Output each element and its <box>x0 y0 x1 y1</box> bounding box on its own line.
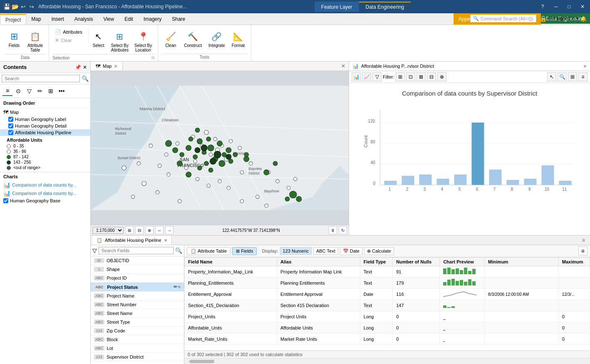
list-icon[interactable]: ≡ <box>2 86 12 96</box>
layer-human-geo-base[interactable]: Human Geography Base <box>3 197 87 204</box>
filter-icon[interactable]: ▽ <box>24 86 34 96</box>
fields-button[interactable]: ⊞ Fields <box>5 28 23 49</box>
table-menu-btn[interactable]: ≡ <box>578 246 588 256</box>
field-block[interactable]: ABC Block <box>91 335 184 344</box>
table-row[interactable]: Property_Information_Map_Link Property I… <box>185 266 590 278</box>
format-button[interactable]: 📐 Format <box>229 28 248 49</box>
selection-expand-icon[interactable]: ⧉ <box>151 55 154 60</box>
table-row[interactable]: Section_415_Declaration Section 415 Decl… <box>185 300 590 311</box>
nav-button-3[interactable]: ⊕ <box>145 226 154 234</box>
map-nav-pause[interactable]: ⏸ <box>329 226 337 234</box>
layer-affordable-housing-checkbox[interactable] <box>8 130 13 135</box>
chart-item-0[interactable]: 📊 Comparison of data counts by... <box>3 181 87 189</box>
tab-edit[interactable]: Edit <box>119 13 139 25</box>
maximize-button[interactable]: □ <box>565 2 573 11</box>
table-row[interactable]: Affordable_Units Affordable Units Long 0 <box>185 322 590 334</box>
bottom-tab-housing[interactable]: 📋 Affordable Housing Pipeline ✕ <box>92 236 172 245</box>
map-panel-close-icon[interactable]: ✕ <box>338 61 349 71</box>
undo-icon[interactable]: ↩ <box>20 3 27 10</box>
scrollbar-thumb[interactable] <box>189 360 214 363</box>
chart-tool-filter[interactable]: ▽ <box>372 72 382 81</box>
more-icon[interactable]: ••• <box>57 86 67 96</box>
chart-filter-btn-4[interactable]: ⊟ <box>427 72 436 81</box>
numeric-btn[interactable]: 123 Numeric <box>280 247 312 255</box>
integrate-button[interactable]: 🔗 Integrate <box>206 28 227 49</box>
nav-button-5[interactable]: → <box>165 226 174 234</box>
table-row[interactable]: Planning_Entitlements Planning Entitleme… <box>185 278 590 289</box>
field-edit-pencil-icon[interactable]: ✏ <box>174 284 177 290</box>
sign-in-button[interactable]: 🔒 Not signed in ▾ 🔔 <box>540 15 587 22</box>
zoom-select[interactable]: 1:170,000 <box>92 227 124 234</box>
nav-button-2[interactable]: ⊟ <box>135 226 144 234</box>
map-canvas[interactable]: Marina District Richmond District Sunset… <box>91 71 349 225</box>
tab-view[interactable]: View <box>98 13 119 25</box>
field-edit-list-icon[interactable]: ≡ <box>178 284 181 290</box>
map-nav-refresh[interactable]: ↻ <box>339 226 347 234</box>
select-by-attributes-button[interactable]: ⊞ Select ByAttributes <box>109 28 131 54</box>
tab-imagery[interactable]: Imagery <box>139 13 167 25</box>
table-row[interactable]: Market_Rate_Units Market Rate Units Long… <box>185 334 590 345</box>
date-btn[interactable]: 📅 Date <box>340 247 362 255</box>
construct-button[interactable]: 🔨 Construct <box>181 28 204 49</box>
tab-project[interactable]: Project <box>0 14 26 25</box>
feature-layer-tab[interactable]: Feature Layer <box>315 2 359 12</box>
fields-filter-icon[interactable]: ▽ <box>92 247 97 254</box>
field-street-name[interactable]: ABC Street Name <box>91 309 184 318</box>
field-project-name[interactable]: ABC Project Name <box>91 292 184 300</box>
layer-human-geo-label-checkbox[interactable] <box>8 117 13 122</box>
save-icon[interactable]: 💾 <box>3 3 10 10</box>
cylinder-icon[interactable]: ⊙ <box>13 86 23 96</box>
chart-filter-btn-1[interactable]: ⊞ <box>396 72 405 81</box>
bottom-panel-expand-icon[interactable]: ≡ <box>579 236 588 245</box>
chart-tool-line[interactable]: 📈 <box>362 72 371 81</box>
contents-close-icon[interactable]: ✕ <box>83 64 87 70</box>
layer-human-geo-detail-checkbox[interactable] <box>8 123 13 128</box>
contents-search-input[interactable] <box>2 75 80 82</box>
layer-map[interactable]: 🗺 Map <box>0 108 90 116</box>
minimize-button[interactable]: ─ <box>552 2 560 11</box>
clear-button[interactable]: ✕Clear <box>52 37 84 44</box>
field-street-number[interactable]: ABC Street Number <box>91 300 184 309</box>
field-lot[interactable]: ABC Lot <box>91 344 184 353</box>
tab-share[interactable]: Share <box>167 13 191 25</box>
open-icon[interactable]: 📂 <box>12 3 18 10</box>
command-search[interactable]: 🔍 Command Search (Alt+Q) <box>470 15 536 22</box>
field-shape[interactable]: ◇ Shape <box>91 265 184 274</box>
field-project-status[interactable]: ABC Project Status ✏ ≡ <box>91 283 184 292</box>
field-street-type[interactable]: ABC Street Type <box>91 318 184 327</box>
data-table[interactable]: Field Name Alias Field Type Number of Nu… <box>184 257 590 350</box>
field-supervisor-district[interactable]: 123 Supervisor District <box>91 353 184 362</box>
close-button[interactable]: ✕ <box>578 2 587 11</box>
clean-button[interactable]: 🧹 Clean <box>161 28 180 49</box>
chart-filter-btn-5[interactable]: ⊕ <box>437 72 446 81</box>
chart-filter-btn-2[interactable]: ⊡ <box>406 72 415 81</box>
fields-search-icon[interactable]: 🔍 <box>175 247 182 254</box>
data-engineering-tab[interactable]: Data Engineering <box>359 2 411 12</box>
redo-icon[interactable]: ↪ <box>28 3 35 10</box>
field-objectid[interactable]: ID OBJECTID <box>91 256 184 265</box>
chart-tool-expand[interactable]: ⊞ <box>568 72 577 81</box>
layer-affordable-housing[interactable]: Affordable Housing Pipeline <box>0 129 90 136</box>
attributes-button[interactable]: 📄Attributes <box>52 28 84 36</box>
tab-map[interactable]: Map <box>26 13 46 25</box>
layer-human-geo-label[interactable]: Human Geography Label <box>0 116 90 123</box>
chart-tab[interactable]: 📊 Affordable Housing P...rvisor District… <box>349 61 590 71</box>
nav-button-4[interactable]: ↔ <box>155 226 164 234</box>
chart-tool-bar[interactable]: 📊 <box>352 72 361 81</box>
field-zip-code[interactable]: 123 Zip Code <box>91 327 184 335</box>
text-btn[interactable]: ABC Text <box>313 247 338 255</box>
chart-tool-list[interactable]: ≡ <box>578 72 588 81</box>
select-button[interactable]: ↖ Select <box>89 28 108 49</box>
tab-insert[interactable]: Insert <box>47 13 69 25</box>
layer-human-geo-detail[interactable]: Human Geography Detail <box>0 123 90 129</box>
help-button[interactable]: ? <box>538 2 547 11</box>
map-tab-close-icon[interactable]: ✕ <box>114 64 117 69</box>
fields-btn[interactable]: ⊞ Fields <box>232 247 257 255</box>
chart-tool-select[interactable]: ↖ <box>547 72 556 81</box>
chart-item-1[interactable]: 📊 Comparison of data counts by... <box>3 189 87 197</box>
chart-filter-btn-3[interactable]: ⊠ <box>416 72 426 81</box>
pin-icon[interactable]: 📌 <box>75 64 81 70</box>
attribute-table-button[interactable]: 📋 AttributeTable <box>25 28 45 54</box>
chart-tool-zoom[interactable]: 🔍 <box>558 72 567 81</box>
pencil-icon[interactable]: ✏ <box>35 86 45 96</box>
